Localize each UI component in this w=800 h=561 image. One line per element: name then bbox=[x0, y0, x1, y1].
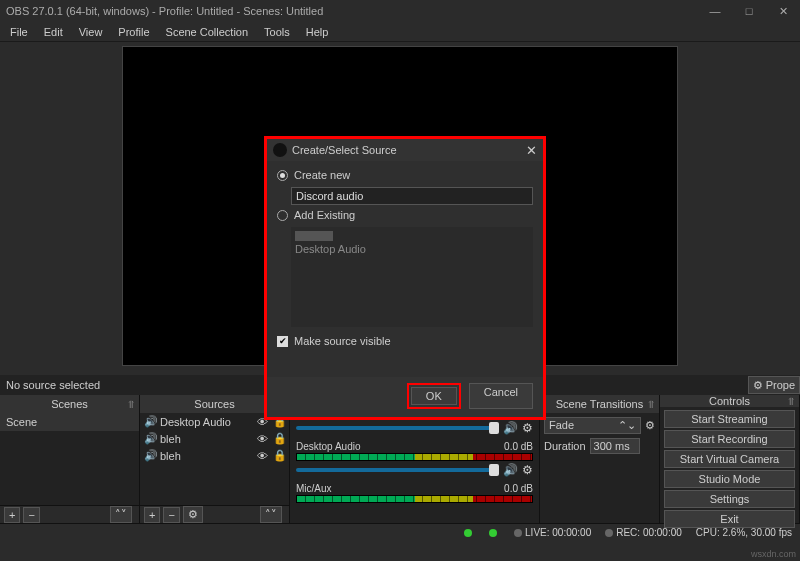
menu-view[interactable]: View bbox=[71, 24, 111, 40]
window-controls: — □ ✕ bbox=[698, 0, 800, 22]
ok-button[interactable]: OK bbox=[411, 387, 457, 405]
live-status: LIVE: 00:00:00 bbox=[514, 527, 591, 538]
dialog-title-text: Create/Select Source bbox=[292, 144, 397, 156]
source-up-down-button[interactable]: ˄˅ bbox=[260, 506, 282, 523]
mixer-track: Desktop Audio 0.0 dB 🔊 ⚙ bbox=[290, 439, 539, 481]
source-add-button[interactable]: + bbox=[144, 507, 160, 523]
source-gear-button[interactable]: ⚙ bbox=[183, 506, 203, 523]
exit-button[interactable]: Exit bbox=[664, 510, 795, 528]
source-row[interactable]: 🔊 bleh 👁 🔒 bbox=[140, 447, 289, 464]
duration-input[interactable] bbox=[590, 438, 640, 454]
add-existing-label: Add Existing bbox=[294, 209, 355, 221]
radio-icon bbox=[277, 170, 288, 181]
scenes-title: Scenes bbox=[51, 398, 88, 410]
scenes-footer: + − ˄˅ bbox=[0, 505, 139, 523]
scene-up-down-button[interactable]: ˄˅ bbox=[110, 506, 132, 523]
popout-icon[interactable]: ⥣ bbox=[127, 399, 135, 410]
popout-icon[interactable]: ⥣ bbox=[647, 399, 655, 410]
speaker-icon: 🔊 bbox=[144, 432, 156, 445]
settings-button[interactable]: Settings bbox=[664, 490, 795, 508]
source-name-input[interactable] bbox=[291, 187, 533, 205]
maximize-icon: □ bbox=[746, 5, 753, 17]
menubar: File Edit View Profile Scene Collection … bbox=[0, 22, 800, 42]
controls-body: Start Streaming Start Recording Start Vi… bbox=[660, 407, 799, 531]
lock-icon[interactable]: 🔒 bbox=[273, 432, 285, 445]
properties-button[interactable]: ⚙ Prope bbox=[748, 376, 800, 394]
radio-icon bbox=[277, 210, 288, 221]
menu-scene-collection[interactable]: Scene Collection bbox=[158, 24, 257, 40]
existing-sources-list[interactable]: Desktop Audio bbox=[291, 227, 533, 327]
window-title: OBS 27.0.1 (64-bit, windows) - Profile: … bbox=[6, 5, 698, 17]
scene-remove-button[interactable]: − bbox=[23, 507, 39, 523]
source-name: bleh bbox=[160, 450, 253, 462]
menu-profile[interactable]: Profile bbox=[110, 24, 157, 40]
existing-item[interactable]: Desktop Audio bbox=[295, 243, 529, 255]
minimize-button[interactable]: — bbox=[698, 0, 732, 22]
mixer-track: Mic/Aux 0.0 dB bbox=[290, 481, 539, 507]
chevron-down-icon: ⌃⌄ bbox=[618, 419, 636, 432]
controls-header: Controls ⥣ bbox=[660, 395, 799, 407]
speaker-icon: 🔊 bbox=[144, 415, 156, 428]
watermark: wsxdn.com bbox=[751, 549, 796, 559]
scenes-header: Scenes ⥣ bbox=[0, 395, 139, 413]
transitions-body: Fade ⌃⌄ ⚙ Duration bbox=[540, 413, 659, 462]
no-source-text: No source selected bbox=[0, 379, 182, 391]
close-icon: ✕ bbox=[779, 5, 788, 18]
create-new-radio[interactable]: Create new bbox=[277, 169, 533, 181]
source-row[interactable]: 🔊 bleh 👁 🔒 bbox=[140, 430, 289, 447]
menu-help[interactable]: Help bbox=[298, 24, 337, 40]
eye-icon[interactable]: 👁 bbox=[257, 433, 269, 445]
start-recording-button[interactable]: Start Recording bbox=[664, 430, 795, 448]
track-gear-icon[interactable]: ⚙ bbox=[522, 463, 533, 477]
eye-icon[interactable]: 👁 bbox=[257, 450, 269, 462]
status-dot-2 bbox=[489, 527, 500, 538]
minimize-icon: — bbox=[710, 5, 721, 17]
transitions-header: Scene Transitions ⥣ bbox=[540, 395, 659, 413]
transitions-title: Scene Transitions bbox=[556, 398, 643, 410]
studio-mode-button[interactable]: Studio Mode bbox=[664, 470, 795, 488]
sources-footer: + − ⚙ ˄˅ bbox=[140, 505, 289, 523]
source-name: bleh bbox=[160, 433, 253, 445]
checkbox-icon: ✔ bbox=[277, 336, 288, 347]
menu-file[interactable]: File bbox=[2, 24, 36, 40]
mute-icon[interactable]: 🔊 bbox=[503, 463, 518, 477]
controls-title: Controls bbox=[709, 395, 750, 407]
menu-edit[interactable]: Edit bbox=[36, 24, 71, 40]
volume-slider[interactable] bbox=[296, 468, 499, 472]
transition-select[interactable]: Fade ⌃⌄ bbox=[544, 417, 641, 434]
volume-slider[interactable] bbox=[296, 426, 499, 430]
source-remove-button[interactable]: − bbox=[163, 507, 179, 523]
maximize-button[interactable]: □ bbox=[732, 0, 766, 22]
menu-tools[interactable]: Tools bbox=[256, 24, 298, 40]
source-name: Desktop Audio bbox=[160, 416, 253, 428]
controls-dock: Controls ⥣ Start Streaming Start Recordi… bbox=[660, 395, 800, 523]
cpu-status: CPU: 2.6%, 30.00 fps bbox=[696, 527, 792, 538]
sources-list[interactable]: 🔊 Desktop Audio 👁 🔒 🔊 bleh 👁 🔒 🔊 bleh 👁 … bbox=[140, 413, 289, 505]
dialog-close-button[interactable]: ✕ bbox=[526, 143, 537, 158]
popout-icon[interactable]: ⥣ bbox=[787, 396, 795, 407]
speaker-icon: 🔊 bbox=[144, 449, 156, 462]
titlebar: OBS 27.0.1 (64-bit, windows) - Profile: … bbox=[0, 0, 800, 22]
rec-status: REC: 00:00:00 bbox=[605, 527, 682, 538]
mixer-track-name: Desktop Audio bbox=[296, 441, 361, 452]
make-visible-checkbox[interactable]: ✔ Make source visible bbox=[277, 335, 533, 347]
lock-icon[interactable]: 🔒 bbox=[273, 449, 285, 462]
track-gear-icon[interactable]: ⚙ bbox=[522, 421, 533, 435]
cancel-button[interactable]: Cancel bbox=[469, 383, 533, 409]
close-window-button[interactable]: ✕ bbox=[766, 0, 800, 22]
start-virtualcam-button[interactable]: Start Virtual Camera bbox=[664, 450, 795, 468]
mute-icon[interactable]: 🔊 bbox=[503, 421, 518, 435]
transition-gear-icon[interactable]: ⚙ bbox=[645, 419, 655, 432]
dialog-body: Create new Add Existing Desktop Audio ✔ … bbox=[267, 161, 543, 377]
status-dot-1 bbox=[464, 527, 475, 538]
scenes-list[interactable]: Scene bbox=[0, 413, 139, 505]
add-existing-radio[interactable]: Add Existing bbox=[277, 209, 533, 221]
gear-icon: ⚙ bbox=[753, 379, 763, 392]
scene-item[interactable]: Scene bbox=[0, 413, 139, 431]
start-streaming-button[interactable]: Start Streaming bbox=[664, 410, 795, 428]
scene-add-button[interactable]: + bbox=[4, 507, 20, 523]
volume-meter bbox=[296, 453, 533, 461]
mixer-track-db: 0.0 dB bbox=[504, 483, 533, 494]
mixer-track-name: Mic/Aux bbox=[296, 483, 332, 494]
create-new-label: Create new bbox=[294, 169, 350, 181]
